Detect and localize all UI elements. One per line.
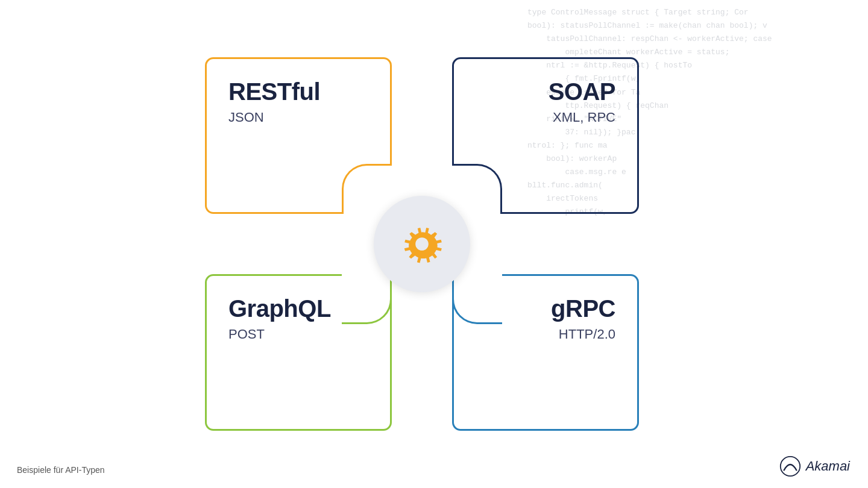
- grpc-title: gRPC: [476, 295, 615, 322]
- restful-title: RESTful: [228, 78, 368, 105]
- svg-point-0: [415, 237, 429, 251]
- api-diagram: RESTful JSON SOAP XML, RPC GraphQL POST …: [205, 57, 639, 431]
- graphql-subtitle: POST: [228, 327, 368, 342]
- soap-title: SOAP: [476, 78, 615, 105]
- soap-subtitle: XML, RPC: [476, 110, 615, 125]
- restful-box: RESTful JSON: [205, 57, 392, 214]
- footer-caption: Beispiele für API-Typen: [17, 465, 105, 475]
- akamai-brand-name: Akamai: [806, 458, 850, 474]
- grpc-subtitle: HTTP/2.0: [476, 327, 615, 342]
- center-circle: [374, 196, 470, 292]
- soap-box: SOAP XML, RPC: [452, 57, 639, 214]
- graphql-title: GraphQL: [228, 295, 368, 322]
- akamai-logo: Akamai: [779, 455, 850, 477]
- svg-point-1: [780, 457, 799, 476]
- graphql-box: GraphQL POST: [205, 274, 392, 431]
- akamai-logo-icon: [779, 455, 801, 477]
- gear-icon: [395, 217, 449, 271]
- restful-subtitle: JSON: [228, 110, 368, 125]
- main-content: RESTful JSON SOAP XML, RPC GraphQL POST …: [0, 0, 868, 488]
- grpc-box: gRPC HTTP/2.0: [452, 274, 639, 431]
